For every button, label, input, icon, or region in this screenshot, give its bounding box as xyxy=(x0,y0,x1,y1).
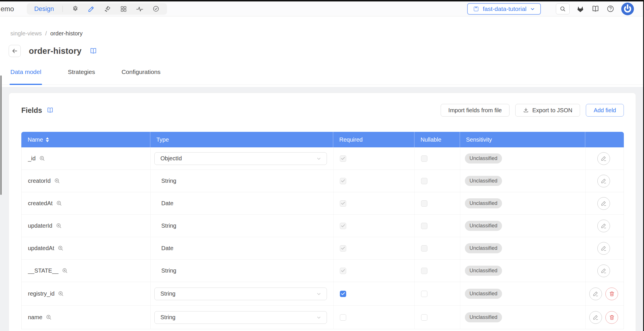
docs-book-icon[interactable] xyxy=(591,5,600,13)
tab-data-model[interactable]: Data model xyxy=(10,69,41,85)
nullable-cell xyxy=(414,215,460,237)
breadcrumb-current: order-history xyxy=(50,30,83,37)
tab-strategies[interactable]: Strategies xyxy=(68,69,95,85)
edit-field-button[interactable] xyxy=(597,175,610,187)
docs-book-icon[interactable] xyxy=(90,47,97,55)
check-circle-icon[interactable] xyxy=(152,5,160,13)
back-button[interactable] xyxy=(9,45,21,57)
field-type-cell: Date xyxy=(150,237,333,259)
field-name-cell: creatorId xyxy=(22,170,150,192)
field-type-cell: Date xyxy=(150,192,333,214)
nullable-cell xyxy=(414,192,460,214)
field-type-text: Date xyxy=(161,245,173,252)
field-detail-zoom-icon[interactable] xyxy=(58,245,64,251)
breadcrumb: single-views / order-history xyxy=(10,30,644,37)
add-field-button[interactable]: Add field xyxy=(586,104,624,117)
edit-field-button[interactable] xyxy=(589,311,602,324)
edit-field-button[interactable] xyxy=(589,288,602,300)
required-checkbox[interactable] xyxy=(340,314,346,321)
field-detail-zoom-icon[interactable] xyxy=(54,178,60,184)
pencil-icon[interactable] xyxy=(88,5,95,13)
chevron-down-icon xyxy=(530,6,535,12)
docs-book-icon[interactable] xyxy=(47,107,54,114)
required-checkbox[interactable] xyxy=(340,291,346,297)
field-type-cell: String xyxy=(150,170,333,192)
field-detail-zoom-icon[interactable] xyxy=(39,155,45,161)
required-cell xyxy=(333,170,414,192)
fields-section-title: Fields xyxy=(21,106,42,115)
field-detail-zoom-icon[interactable] xyxy=(56,223,62,229)
field-name-cell: _id xyxy=(22,147,150,170)
table-row: _idObjectIdUnclassified xyxy=(22,147,624,170)
flows-icon[interactable] xyxy=(104,5,111,13)
nullable-checkbox[interactable] xyxy=(421,291,427,297)
nullable-checkbox[interactable] xyxy=(421,314,427,321)
sensitivity-badge: Unclassified xyxy=(465,153,502,163)
nullable-cell xyxy=(414,260,460,282)
required-cell xyxy=(333,147,414,170)
branch-selector[interactable]: fast-data-tutorial xyxy=(467,3,541,15)
nullable-checkbox xyxy=(421,155,427,162)
help-icon[interactable] xyxy=(606,5,615,13)
nullable-cell xyxy=(414,282,460,305)
gear-icon[interactable] xyxy=(71,5,79,13)
delete-field-button[interactable] xyxy=(605,288,618,300)
table-header: Name Type Required Nullable Sensitivity xyxy=(21,132,624,147)
nullable-checkbox xyxy=(421,200,427,207)
table-row: nameStringUnclassified xyxy=(22,306,624,329)
field-name-cell: registry_id xyxy=(22,282,150,305)
sort-icon[interactable] xyxy=(46,137,49,142)
export-json-button[interactable]: Export to JSON xyxy=(515,104,580,117)
field-name-cell: name xyxy=(22,306,150,329)
vertical-scrollbar[interactable] xyxy=(0,75,2,195)
field-detail-zoom-icon[interactable] xyxy=(58,291,64,297)
sensitivity-cell: Unclassified xyxy=(460,260,585,282)
edit-field-button[interactable] xyxy=(597,220,610,232)
field-name-cell: updaterId xyxy=(22,215,150,237)
sensitivity-badge: Unclassified xyxy=(465,221,502,231)
type-select[interactable]: String xyxy=(154,288,327,300)
field-detail-zoom-icon[interactable] xyxy=(62,268,68,274)
gitlab-icon[interactable] xyxy=(576,5,585,13)
actions-cell xyxy=(585,237,624,259)
actions-cell xyxy=(585,282,624,305)
edit-field-button[interactable] xyxy=(597,197,610,210)
field-type-cell: String xyxy=(150,260,333,282)
edit-field-button[interactable] xyxy=(597,242,610,255)
table-row: __STATE__StringUnclassified xyxy=(22,260,624,282)
table-body: _idObjectIdUnclassifiedcreatorIdStringUn… xyxy=(22,147,624,329)
tab-configurations[interactable]: Configurations xyxy=(122,69,160,85)
column-header-sensitivity: Sensitivity xyxy=(460,132,585,147)
edit-field-button[interactable] xyxy=(597,265,610,277)
design-section-pill: Design xyxy=(27,3,167,15)
delete-field-button[interactable] xyxy=(605,311,618,324)
field-type-cell: ObjectId xyxy=(150,147,333,170)
field-type-cell: String xyxy=(150,306,333,329)
sensitivity-badge: Unclassified xyxy=(465,243,502,253)
mia-platform-logo[interactable] xyxy=(621,2,634,16)
breadcrumb-parent[interactable]: single-views xyxy=(10,30,42,37)
dashboard-icon[interactable] xyxy=(120,5,127,13)
type-select[interactable]: ObjectId xyxy=(154,152,327,165)
field-name-cell: createdAt xyxy=(22,192,150,214)
field-detail-zoom-icon[interactable] xyxy=(46,314,52,320)
column-header-name[interactable]: Name xyxy=(21,132,150,147)
search-icon xyxy=(560,6,566,12)
nullable-cell xyxy=(414,170,460,192)
field-name: _id xyxy=(28,155,36,162)
field-name: __STATE__ xyxy=(28,267,58,274)
field-type-text: String xyxy=(161,267,176,274)
activity-icon[interactable] xyxy=(136,5,143,13)
column-header-nullable: Nullable xyxy=(414,132,460,147)
pill-divider xyxy=(62,6,63,12)
field-detail-zoom-icon[interactable] xyxy=(56,200,62,206)
design-section-link[interactable]: Design xyxy=(34,5,54,13)
nullable-cell xyxy=(414,237,460,259)
type-select[interactable]: String xyxy=(154,311,327,324)
edit-field-button[interactable] xyxy=(597,152,610,165)
nullable-cell xyxy=(414,306,460,329)
import-fields-button[interactable]: Import fields from file xyxy=(441,104,510,117)
search-button[interactable] xyxy=(556,3,570,14)
sensitivity-badge: Unclassified xyxy=(465,312,502,322)
required-checkbox xyxy=(340,245,346,252)
